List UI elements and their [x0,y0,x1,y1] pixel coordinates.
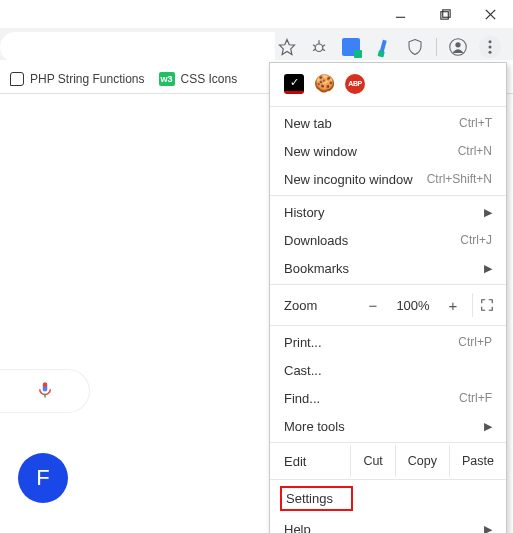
svg-point-15 [489,46,492,49]
highlight-box: Settings [280,486,353,511]
menu-separator [270,442,506,443]
menu-find[interactable]: Find... Ctrl+F [270,384,506,412]
menu-downloads[interactable]: Downloads Ctrl+J [270,226,506,254]
menu-item-label: New incognito window [284,172,427,187]
bookmark-item[interactable]: PHP String Functions [10,72,145,86]
menu-new-window[interactable]: New window Ctrl+N [270,137,506,165]
paste-button[interactable]: Paste [449,445,506,477]
svg-point-14 [489,40,492,43]
window-maximize-button[interactable] [423,0,468,28]
toolbar [0,32,505,62]
copy-button[interactable]: Copy [395,445,449,477]
shield-extension-icon[interactable] [404,36,426,58]
zoom-value: 100% [392,298,434,313]
menu-item-label: Help [284,522,484,534]
menu-edit-row: Edit Cut Copy Paste [270,445,506,477]
window-close-button[interactable] [468,0,513,28]
window-minimize-button[interactable] [378,0,423,28]
menu-shortcut: Ctrl+P [458,335,492,349]
svg-rect-2 [443,9,450,16]
menu-shortcut: Ctrl+J [460,233,492,247]
svg-marker-5 [280,40,295,55]
cut-button[interactable]: Cut [350,445,394,477]
menu-item-label: Bookmarks [284,261,484,276]
adblock-extension-icon[interactable]: ABP [345,74,365,94]
submenu-arrow-icon: ▶ [484,206,492,219]
chrome-menu: 🍪 ABP New tab Ctrl+T New window Ctrl+N N… [269,62,507,533]
menu-item-label: More tools [284,419,484,434]
bookmark-favicon [10,72,24,86]
zoom-out-button[interactable]: − [360,297,386,314]
menu-new-tab[interactable]: New tab Ctrl+T [270,109,506,137]
svg-line-8 [313,45,315,47]
svg-point-6 [315,44,323,52]
submenu-arrow-icon: ▶ [484,262,492,275]
fullscreen-button[interactable] [472,293,500,317]
menu-separator [270,284,506,285]
ghostery-extension-icon[interactable] [284,74,304,94]
toolbar-separator [436,38,437,56]
cookie-extension-icon[interactable]: 🍪 [314,73,335,94]
svg-line-10 [313,49,315,51]
menu-separator [270,325,506,326]
menu-shortcut: Ctrl+Shift+N [427,172,492,186]
svg-line-11 [323,49,325,51]
menu-item-label: Zoom [284,298,354,313]
menu-shortcut: Ctrl+N [458,144,492,158]
bug-icon[interactable] [308,36,330,58]
kebab-menu-icon[interactable] [479,36,501,58]
menu-separator [270,479,506,480]
menu-item-label: Settings [286,491,333,506]
menu-item-label: Print... [284,335,458,350]
menu-item-label: History [284,205,484,220]
submenu-arrow-icon: ▶ [484,420,492,433]
menu-separator [270,106,506,107]
svg-rect-1 [441,11,448,18]
menu-item-label: Cast... [284,363,492,378]
menu-incognito[interactable]: New incognito window Ctrl+Shift+N [270,165,506,193]
menu-zoom-row: Zoom − 100% + [270,287,506,323]
voice-search-button[interactable] [0,369,90,413]
svg-line-9 [323,45,325,47]
profile-avatar[interactable]: F [18,453,68,503]
menu-item-label: Downloads [284,233,460,248]
menu-item-label: New window [284,144,458,159]
menu-more-tools[interactable]: More tools ▶ [270,412,506,440]
menu-print[interactable]: Print... Ctrl+P [270,328,506,356]
svg-point-13 [455,42,460,47]
menu-settings[interactable]: Settings [270,482,506,515]
omnibox[interactable] [0,32,275,62]
profile-icon[interactable] [447,36,469,58]
translate-extension-icon[interactable] [340,36,362,58]
avatar-letter: F [36,465,49,491]
bookmark-favicon: w3 [159,72,175,86]
menu-history[interactable]: History ▶ [270,198,506,226]
bookmark-label: PHP String Functions [30,72,145,86]
svg-rect-19 [42,382,47,387]
menu-item-label: Edit [270,445,350,477]
bookmark-item[interactable]: w3 CSS Icons [159,72,238,86]
menu-extensions-row: 🍪 ABP [270,63,506,104]
star-icon[interactable] [276,36,298,58]
submenu-arrow-icon: ▶ [484,523,492,534]
svg-point-16 [489,51,492,54]
bookmark-label: CSS Icons [181,72,238,86]
menu-help[interactable]: Help ▶ [270,515,506,533]
microphone-icon [36,379,54,404]
menu-shortcut: Ctrl+F [459,391,492,405]
menu-cast[interactable]: Cast... [270,356,506,384]
menu-item-label: Find... [284,391,459,406]
menu-separator [270,195,506,196]
menu-item-label: New tab [284,116,459,131]
zoom-in-button[interactable]: + [440,297,466,314]
menu-bookmarks[interactable]: Bookmarks ▶ [270,254,506,282]
menu-shortcut: Ctrl+T [459,116,492,130]
color-picker-extension-icon[interactable] [372,36,394,58]
